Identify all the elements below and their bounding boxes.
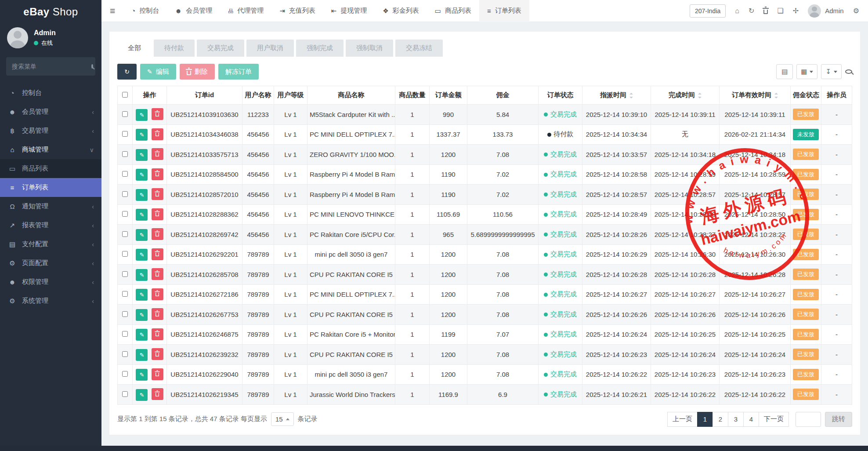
topnav-item[interactable]: 彩金列表	[375, 0, 427, 22]
delete-row-button[interactable]	[152, 188, 163, 200]
tab[interactable]: 全部	[117, 40, 152, 57]
hamburger-icon[interactable]	[101, 6, 123, 16]
column-header[interactable]: 订单金额	[430, 86, 467, 105]
edit-row-button[interactable]	[136, 389, 148, 401]
prev-page-button[interactable]: 上一页	[667, 412, 698, 427]
row-checkbox[interactable]	[122, 131, 128, 137]
edit-row-button[interactable]	[136, 369, 148, 381]
topnav-item[interactable]: 代理管理	[220, 0, 271, 22]
column-header[interactable]: 用户名称	[242, 86, 274, 105]
edit-row-button[interactable]	[136, 249, 148, 261]
delete-row-button[interactable]	[152, 108, 163, 120]
sidebar-item[interactable]: 系统管理 ‹	[0, 291, 101, 310]
edit-row-button[interactable]	[136, 129, 148, 141]
column-header[interactable]: 佣金	[467, 86, 539, 105]
row-checkbox[interactable]	[122, 111, 128, 117]
sidebar-item[interactable]: 权限管理 ‹	[0, 273, 101, 291]
sidebar-item[interactable]: 控制台	[0, 84, 101, 102]
sidebar-item[interactable]: 报表管理 ‹	[0, 216, 101, 235]
row-checkbox[interactable]	[122, 391, 128, 397]
edit-row-button[interactable]	[136, 189, 148, 201]
tab[interactable]: 强制取消	[346, 40, 393, 57]
sidebar-item[interactable]: 订单列表	[0, 178, 101, 197]
jump-page-input[interactable]	[796, 412, 821, 427]
delete-row-button[interactable]	[152, 148, 163, 160]
column-header[interactable]: 订单id	[167, 86, 242, 105]
search-input[interactable]	[12, 63, 91, 70]
edit-row-button[interactable]	[136, 109, 148, 121]
delete-row-button[interactable]	[152, 308, 163, 320]
row-checkbox[interactable]	[122, 331, 128, 337]
delete-row-button[interactable]	[152, 328, 163, 340]
delete-row-button[interactable]	[152, 228, 163, 240]
delete-row-button[interactable]	[152, 268, 163, 280]
toggle-view-button[interactable]	[776, 64, 793, 79]
region-button[interactable]: 207-India	[690, 4, 726, 18]
column-header[interactable]: 完成时间	[651, 86, 720, 105]
tab[interactable]: 强制完成	[296, 40, 344, 57]
column-header[interactable]: 订单有效时间	[720, 86, 791, 105]
tab[interactable]: 交易冻结	[395, 40, 443, 57]
page-number-button[interactable]: 3	[728, 412, 744, 427]
tab[interactable]: 交易完成	[197, 40, 244, 57]
refresh-button[interactable]	[117, 64, 137, 80]
column-header[interactable]: 佣金状态	[791, 86, 821, 105]
user-menu[interactable]: Admin	[808, 4, 844, 18]
column-header[interactable]: 商品名称	[307, 86, 395, 105]
page-number-button[interactable]: 4	[743, 412, 759, 427]
topnav-item[interactable]: 充值列表	[271, 0, 323, 22]
column-header[interactable]: 操作员	[821, 86, 852, 105]
jump-button[interactable]: 跳转	[825, 412, 852, 427]
row-checkbox[interactable]	[122, 311, 128, 317]
topnav-item[interactable]: 控制台	[123, 0, 167, 22]
column-header[interactable]: 用户等级	[274, 86, 307, 105]
delete-row-button[interactable]	[152, 128, 163, 140]
edit-row-button[interactable]	[136, 209, 148, 221]
column-header[interactable]: 操作	[133, 86, 167, 105]
edit-row-button[interactable]	[136, 349, 148, 361]
row-checkbox[interactable]	[122, 211, 128, 217]
edit-row-button[interactable]	[136, 149, 148, 161]
edit-row-button[interactable]	[136, 269, 148, 281]
page-size-select[interactable]: 15	[271, 412, 294, 426]
delete-row-button[interactable]	[152, 168, 163, 180]
search-icon[interactable]	[845, 69, 852, 74]
row-checkbox[interactable]	[122, 351, 128, 357]
sidebar-item[interactable]: 通知管理 ‹	[0, 197, 101, 216]
trash-icon[interactable]	[763, 10, 768, 14]
row-checkbox[interactable]	[122, 191, 128, 197]
sidebar-search[interactable]	[6, 57, 95, 76]
edit-row-button[interactable]	[136, 169, 148, 181]
gear-icon[interactable]	[853, 7, 859, 15]
refresh-icon[interactable]	[749, 7, 754, 15]
row-checkbox[interactable]	[122, 231, 128, 237]
page-number-button[interactable]: 1	[697, 412, 713, 427]
sidebar-item[interactable]: 交易管理 ‹	[0, 121, 101, 140]
home-icon[interactable]	[735, 7, 739, 15]
tab[interactable]: 待付款	[154, 40, 195, 57]
row-checkbox[interactable]	[122, 171, 128, 177]
column-header[interactable]: 指派时间	[582, 86, 651, 105]
sidebar-item[interactable]: 支付配置 ‹	[0, 235, 101, 254]
topnav-item[interactable]: 商品列表	[427, 0, 479, 22]
unfreeze-button[interactable]: 解冻订单	[218, 64, 259, 80]
topnav-item[interactable]: 订单列表	[479, 0, 529, 22]
edit-row-button[interactable]	[136, 329, 148, 341]
delete-row-button[interactable]	[152, 348, 163, 360]
sidebar-item[interactable]: 商品列表	[0, 159, 101, 178]
delete-row-button[interactable]	[152, 248, 163, 260]
edit-row-button[interactable]	[136, 309, 148, 321]
column-header[interactable]: 商品数量	[395, 86, 430, 105]
row-checkbox[interactable]	[122, 371, 128, 377]
row-checkbox[interactable]	[122, 291, 128, 297]
expand-icon[interactable]	[793, 7, 799, 15]
delete-row-button[interactable]	[152, 288, 163, 300]
sidebar-item[interactable]: 页面配置 ‹	[0, 254, 101, 273]
row-checkbox[interactable]	[122, 271, 128, 277]
edit-row-button[interactable]	[136, 229, 148, 241]
row-checkbox[interactable]	[122, 251, 128, 257]
copy-icon[interactable]	[777, 7, 783, 15]
edit-row-button[interactable]	[136, 289, 148, 301]
delete-row-button[interactable]	[152, 208, 163, 220]
edit-button[interactable]: 编辑	[140, 64, 176, 80]
